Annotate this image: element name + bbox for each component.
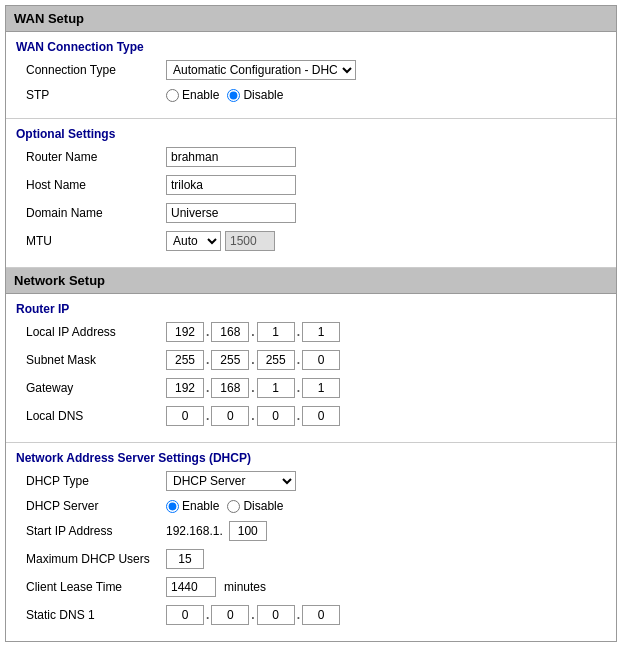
local-ip-3[interactable]	[257, 322, 295, 342]
dhcp-server-control: Enable Disable	[166, 499, 283, 513]
dhcp-server-row: DHCP Server Enable Disable	[16, 499, 606, 513]
start-ip-input[interactable]	[229, 521, 267, 541]
router-ip-heading: Router IP	[16, 302, 606, 316]
router-name-label: Router Name	[26, 150, 166, 164]
lease-time-input[interactable]	[166, 577, 216, 597]
subnet-mask-control: . . .	[166, 350, 340, 370]
local-dns-3[interactable]	[257, 406, 295, 426]
local-ip-1[interactable]	[166, 322, 204, 342]
dhcp-type-row: DHCP Type DHCP Server DHCP Forwarder Dis…	[16, 471, 606, 491]
subnet-mask-label: Subnet Mask	[26, 353, 166, 367]
stp-control: Enable Disable	[166, 88, 283, 102]
wan-connection-type-heading: WAN Connection Type	[16, 40, 606, 54]
stp-disable-radio[interactable]	[227, 89, 240, 102]
lease-time-control: minutes	[166, 577, 266, 597]
dhcp-type-label: DHCP Type	[26, 474, 166, 488]
local-ip-2[interactable]	[211, 322, 249, 342]
router-name-row: Router Name	[16, 147, 606, 167]
static-dns1-control: . . .	[166, 605, 340, 625]
dhcp-server-label: DHCP Server	[26, 499, 166, 513]
minutes-label: minutes	[224, 580, 266, 594]
stp-enable-radio[interactable]	[166, 89, 179, 102]
subnet-2[interactable]	[211, 350, 249, 370]
local-dns-4[interactable]	[302, 406, 340, 426]
gateway-4[interactable]	[302, 378, 340, 398]
main-container: WAN Setup WAN Connection Type Connection…	[5, 5, 617, 642]
stp-label: STP	[26, 88, 166, 102]
host-name-row: Host Name	[16, 175, 606, 195]
connection-type-row: Connection Type Automatic Configuration …	[16, 60, 606, 80]
mtu-select[interactable]: Auto Manual	[166, 231, 221, 251]
host-name-label: Host Name	[26, 178, 166, 192]
wan-setup-title: WAN Setup	[14, 11, 84, 26]
dhcp-enable-label[interactable]: Enable	[166, 499, 219, 513]
dhcp-settings-heading: Network Address Server Settings (DHCP)	[16, 451, 606, 465]
max-dhcp-input[interactable]	[166, 549, 204, 569]
mtu-control: Auto Manual	[166, 231, 275, 251]
gateway-control: . . .	[166, 378, 340, 398]
dhcp-type-control: DHCP Server DHCP Forwarder Disabled	[166, 471, 296, 491]
domain-name-row: Domain Name	[16, 203, 606, 223]
stp-disable-label[interactable]: Disable	[227, 88, 283, 102]
local-dns-1[interactable]	[166, 406, 204, 426]
static-dns1-label: Static DNS 1	[26, 608, 166, 622]
gateway-row: Gateway . . .	[16, 378, 606, 398]
domain-name-input[interactable]	[166, 203, 296, 223]
gateway-1[interactable]	[166, 378, 204, 398]
host-name-input[interactable]	[166, 175, 296, 195]
max-dhcp-control	[166, 549, 204, 569]
dhcp-disable-label[interactable]: Disable	[227, 499, 283, 513]
router-name-control	[166, 147, 296, 167]
local-dns-control: . . .	[166, 406, 340, 426]
connection-type-label: Connection Type	[26, 63, 166, 77]
local-ip-4[interactable]	[302, 322, 340, 342]
network-setup-title: Network Setup	[14, 273, 105, 288]
router-ip-section: Router IP Local IP Address . . . Subnet …	[6, 294, 616, 443]
mtu-row: MTU Auto Manual	[16, 231, 606, 251]
gateway-2[interactable]	[211, 378, 249, 398]
dhcp-enable-radio[interactable]	[166, 500, 179, 513]
domain-name-control	[166, 203, 296, 223]
static-dns1-4[interactable]	[302, 605, 340, 625]
start-ip-label: Start IP Address	[26, 524, 166, 538]
subnet-mask-row: Subnet Mask . . .	[16, 350, 606, 370]
connection-type-select[interactable]: Automatic Configuration - DHCP Static IP…	[166, 60, 356, 80]
subnet-4[interactable]	[302, 350, 340, 370]
local-dns-row: Local DNS . . .	[16, 406, 606, 426]
local-dns-label: Local DNS	[26, 409, 166, 423]
static-dns1-1[interactable]	[166, 605, 204, 625]
lease-time-row: Client Lease Time minutes	[16, 577, 606, 597]
stp-row: STP Enable Disable	[16, 88, 606, 102]
connection-type-control: Automatic Configuration - DHCP Static IP…	[166, 60, 356, 80]
gateway-label: Gateway	[26, 381, 166, 395]
wan-setup-header: WAN Setup	[6, 6, 616, 32]
start-ip-control: 192.168.1.	[166, 521, 267, 541]
wan-connection-type-section: WAN Connection Type Connection Type Auto…	[6, 32, 616, 119]
static-dns1-row: Static DNS 1 . . .	[16, 605, 606, 625]
max-dhcp-label: Maximum DHCP Users	[26, 552, 166, 566]
static-dns1-3[interactable]	[257, 605, 295, 625]
dhcp-enable-text: Enable	[182, 499, 219, 513]
subnet-1[interactable]	[166, 350, 204, 370]
local-dns-2[interactable]	[211, 406, 249, 426]
dhcp-type-select[interactable]: DHCP Server DHCP Forwarder Disabled	[166, 471, 296, 491]
max-dhcp-row: Maximum DHCP Users	[16, 549, 606, 569]
dhcp-disable-text: Disable	[243, 499, 283, 513]
router-name-input[interactable]	[166, 147, 296, 167]
domain-name-label: Domain Name	[26, 206, 166, 220]
optional-settings-section: Optional Settings Router Name Host Name …	[6, 119, 616, 268]
stp-enable-text: Enable	[182, 88, 219, 102]
dhcp-disable-radio[interactable]	[227, 500, 240, 513]
local-ip-control: . . .	[166, 322, 340, 342]
network-setup-header: Network Setup	[6, 268, 616, 294]
start-ip-row: Start IP Address 192.168.1.	[16, 521, 606, 541]
gateway-3[interactable]	[257, 378, 295, 398]
stp-enable-label[interactable]: Enable	[166, 88, 219, 102]
mtu-label: MTU	[26, 234, 166, 248]
local-ip-label: Local IP Address	[26, 325, 166, 339]
local-ip-row: Local IP Address . . .	[16, 322, 606, 342]
static-dns1-2[interactable]	[211, 605, 249, 625]
subnet-3[interactable]	[257, 350, 295, 370]
start-ip-static: 192.168.1.	[166, 524, 223, 538]
stp-disable-text: Disable	[243, 88, 283, 102]
